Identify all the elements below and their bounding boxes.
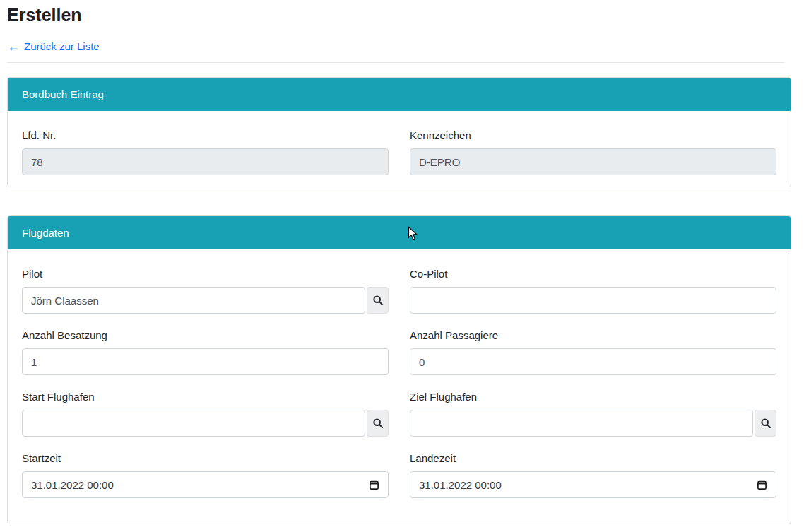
arrow-left-icon: ← bbox=[7, 41, 20, 52]
landezeit-field[interactable]: 31.01.2022 00:00 bbox=[410, 471, 776, 498]
ziel-flughafen-label: Ziel Flughafen bbox=[410, 389, 776, 404]
search-icon bbox=[372, 295, 384, 306]
kennzeichen-field bbox=[410, 148, 776, 175]
ziel-flughafen-field[interactable] bbox=[410, 410, 753, 437]
page-title: Erstellen bbox=[7, 6, 784, 25]
flugdaten-card: Flugdaten Pilot bbox=[7, 215, 791, 524]
pilot-label: Pilot bbox=[22, 266, 389, 281]
landezeit-label: Landezeit bbox=[410, 451, 776, 466]
co-pilot-label: Co-Pilot bbox=[410, 266, 776, 281]
flugdaten-card-body: Pilot bbox=[8, 249, 791, 524]
pilot-search-button[interactable] bbox=[367, 287, 389, 314]
lfd-nr-field bbox=[22, 148, 389, 175]
co-pilot-field[interactable] bbox=[410, 287, 776, 314]
bordbuch-eintrag-card: Bordbuch Eintrag Lfd. Nr. Kennzeichen bbox=[7, 77, 791, 187]
anzahl-passagiere-label: Anzahl Passagiere bbox=[410, 328, 776, 343]
divider bbox=[7, 62, 784, 63]
landezeit-value: 31.01.2022 00:00 bbox=[419, 479, 502, 491]
anzahl-besatzung-label: Anzahl Besatzung bbox=[22, 328, 389, 343]
kennzeichen-label: Kennzeichen bbox=[410, 128, 776, 143]
landezeit-calendar-button[interactable] bbox=[757, 480, 767, 490]
bordbuch-card-body: Lfd. Nr. Kennzeichen bbox=[8, 111, 791, 187]
search-icon bbox=[760, 418, 772, 429]
flugdaten-card-header: Flugdaten bbox=[8, 216, 791, 249]
startzeit-label: Startzeit bbox=[22, 451, 389, 466]
calendar-icon bbox=[369, 480, 379, 490]
back-link-label: Zurück zur Liste bbox=[24, 39, 100, 54]
anzahl-passagiere-field[interactable] bbox=[410, 348, 776, 375]
startzeit-field[interactable]: 31.01.2022 00:00 bbox=[22, 471, 389, 498]
bordbuch-card-header: Bordbuch Eintrag bbox=[8, 78, 791, 111]
startzeit-value: 31.01.2022 00:00 bbox=[31, 479, 114, 491]
startzeit-calendar-button[interactable] bbox=[369, 480, 379, 490]
pilot-field[interactable] bbox=[22, 287, 365, 314]
start-flughafen-field[interactable] bbox=[22, 410, 365, 437]
start-flughafen-search-button[interactable] bbox=[367, 410, 389, 437]
ziel-flughafen-search-button[interactable] bbox=[755, 410, 776, 437]
lfd-nr-label: Lfd. Nr. bbox=[22, 128, 389, 143]
back-to-list-link[interactable]: ← Zurück zur Liste bbox=[7, 39, 100, 54]
start-flughafen-label: Start Flughafen bbox=[22, 389, 389, 404]
page-container: Erstellen ← Zurück zur Liste Bordbuch Ei… bbox=[0, 0, 797, 524]
calendar-icon bbox=[757, 480, 767, 490]
search-icon bbox=[372, 418, 384, 429]
anzahl-besatzung-field[interactable] bbox=[22, 348, 389, 375]
